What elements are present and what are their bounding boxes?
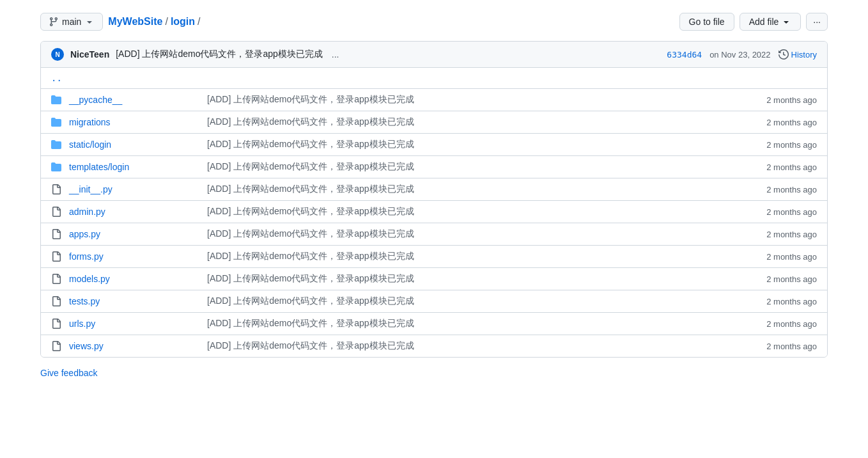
commit-author: NiceTeen bbox=[70, 49, 109, 59]
file-name-link[interactable]: __init__.py bbox=[69, 184, 112, 194]
breadcrumb-sep-2: / bbox=[198, 16, 200, 28]
breadcrumb-folder-link[interactable]: login bbox=[171, 16, 195, 28]
file-name-link[interactable]: templates/login bbox=[69, 162, 129, 172]
commit-sha-link[interactable]: 6334d64 bbox=[667, 50, 702, 59]
file-time: 2 months ago bbox=[766, 252, 817, 262]
breadcrumb-repo-link[interactable]: MyWebSite bbox=[108, 16, 162, 28]
avatar: N bbox=[51, 48, 64, 61]
table-row: tests.py [ADD] 上传网站demo代码文件，登录app模块已完成 2… bbox=[41, 290, 827, 313]
breadcrumb: MyWebSite / login / bbox=[108, 16, 200, 28]
file-commit-message: [ADD] 上传网站demo代码文件，登录app模块已完成 bbox=[197, 206, 766, 217]
file-icon bbox=[51, 229, 64, 239]
file-commit-message: [ADD] 上传网站demo代码文件，登录app模块已完成 bbox=[197, 184, 766, 195]
file-icon bbox=[51, 296, 64, 306]
file-time: 2 months ago bbox=[766, 140, 817, 150]
file-time: 2 months ago bbox=[766, 230, 817, 239]
file-name-link[interactable]: forms.py bbox=[69, 251, 104, 262]
table-row: templates/login [ADD] 上传网站demo代码文件，登录app… bbox=[41, 156, 827, 178]
file-commit-message: [ADD] 上传网站demo代码文件，登录app模块已完成 bbox=[197, 161, 766, 173]
table-row: views.py [ADD] 上传网站demo代码文件，登录app模块已完成 2… bbox=[41, 335, 827, 357]
file-name-link[interactable]: views.py bbox=[69, 341, 104, 351]
folder-icon bbox=[51, 162, 64, 172]
file-name-link[interactable]: models.py bbox=[69, 274, 110, 284]
commit-date: on Nov 23, 2022 bbox=[709, 50, 770, 59]
toolbar: main MyWebSite / login / Go to file Add … bbox=[40, 13, 828, 31]
folder-icon bbox=[51, 95, 64, 105]
commit-message: [ADD] 上传网站demo代码文件，登录app模块已完成 bbox=[116, 49, 323, 60]
history-label: History bbox=[791, 50, 817, 59]
file-name: templates/login bbox=[69, 162, 197, 172]
file-time: 2 months ago bbox=[766, 207, 817, 217]
table-row: __init__.py [ADD] 上传网站demo代码文件，登录app模块已完… bbox=[41, 178, 827, 201]
file-time: 2 months ago bbox=[766, 185, 817, 194]
file-time: 2 months ago bbox=[766, 162, 817, 172]
table-row: static/login [ADD] 上传网站demo代码文件，登录app模块已… bbox=[41, 134, 827, 156]
file-name: forms.py bbox=[69, 251, 197, 262]
file-name-link[interactable]: urls.py bbox=[69, 319, 95, 329]
parent-link[interactable]: .. bbox=[51, 73, 62, 83]
commit-header-left: N NiceTeen [ADD] 上传网站demo代码文件，登录app模块已完成… bbox=[51, 48, 339, 61]
file-icon bbox=[51, 341, 64, 351]
file-rows-container: __pycache__ [ADD] 上传网站demo代码文件，登录app模块已完… bbox=[41, 89, 827, 357]
file-commit-message: [ADD] 上传网站demo代码文件，登录app模块已完成 bbox=[197, 340, 766, 352]
file-name: urls.py bbox=[69, 319, 197, 329]
more-options-button[interactable]: ··· bbox=[806, 13, 828, 31]
file-name: admin.py bbox=[69, 207, 197, 217]
table-row: __pycache__ [ADD] 上传网站demo代码文件，登录app模块已完… bbox=[41, 89, 827, 111]
add-file-button[interactable]: Add file bbox=[740, 13, 802, 31]
history-link[interactable]: History bbox=[779, 49, 817, 59]
go-to-file-button[interactable]: Go to file bbox=[679, 13, 734, 31]
file-time: 2 months ago bbox=[766, 342, 817, 351]
table-row: migrations [ADD] 上传网站demo代码文件，登录app模块已完成… bbox=[41, 111, 827, 134]
folder-icon bbox=[51, 117, 64, 127]
file-name: migrations bbox=[69, 117, 197, 127]
file-name-link[interactable]: apps.py bbox=[69, 229, 100, 239]
file-name: models.py bbox=[69, 274, 197, 284]
file-name-link[interactable]: migrations bbox=[69, 117, 111, 127]
file-name: views.py bbox=[69, 341, 197, 351]
file-name-link[interactable]: __pycache__ bbox=[69, 95, 122, 105]
file-icon bbox=[51, 319, 64, 329]
branch-selector[interactable]: main bbox=[40, 13, 103, 31]
table-row: admin.py [ADD] 上传网站demo代码文件，登录app模块已完成 2… bbox=[41, 201, 827, 223]
file-commit-message: [ADD] 上传网站demo代码文件，登录app模块已完成 bbox=[197, 273, 766, 285]
folder-icon bbox=[51, 139, 64, 150]
file-icon bbox=[51, 251, 64, 262]
file-icon bbox=[51, 184, 64, 194]
file-time: 2 months ago bbox=[766, 118, 817, 127]
file-commit-message: [ADD] 上传网站demo代码文件，登录app模块已完成 bbox=[197, 94, 766, 106]
commit-message-dots: ... bbox=[332, 49, 339, 59]
toolbar-left: main MyWebSite / login / bbox=[40, 13, 201, 31]
table-row: apps.py [ADD] 上传网站demo代码文件，登录app模块已完成 2 … bbox=[41, 223, 827, 246]
file-time: 2 months ago bbox=[766, 95, 817, 105]
commit-header-right: 6334d64 on Nov 23, 2022 History bbox=[667, 49, 817, 59]
branch-name: main bbox=[62, 17, 81, 27]
file-name: apps.py bbox=[69, 229, 197, 239]
file-table: N NiceTeen [ADD] 上传网站demo代码文件，登录app模块已完成… bbox=[40, 41, 828, 358]
file-commit-message: [ADD] 上传网站demo代码文件，登录app模块已完成 bbox=[197, 318, 766, 329]
file-commit-message: [ADD] 上传网站demo代码文件，登录app模块已完成 bbox=[197, 228, 766, 240]
file-name-link[interactable]: admin.py bbox=[69, 207, 105, 217]
file-name: __pycache__ bbox=[69, 95, 197, 105]
file-commit-message: [ADD] 上传网站demo代码文件，登录app模块已完成 bbox=[197, 116, 766, 128]
file-icon bbox=[51, 274, 64, 284]
add-file-label: Add file bbox=[749, 17, 779, 27]
branch-icon bbox=[49, 17, 59, 27]
commit-header: N NiceTeen [ADD] 上传网站demo代码文件，登录app模块已完成… bbox=[41, 42, 827, 68]
file-icon bbox=[51, 207, 64, 217]
table-row: urls.py [ADD] 上传网站demo代码文件，登录app模块已完成 2 … bbox=[41, 313, 827, 335]
file-commit-message: [ADD] 上传网站demo代码文件，登录app模块已完成 bbox=[197, 139, 766, 150]
file-name: __init__.py bbox=[69, 184, 197, 194]
chevron-down-icon bbox=[84, 17, 95, 27]
file-name-link[interactable]: static/login bbox=[69, 139, 111, 150]
parent-row: .. bbox=[41, 68, 827, 89]
file-time: 2 months ago bbox=[766, 319, 817, 329]
breadcrumb-sep-1: / bbox=[165, 16, 167, 28]
file-time: 2 months ago bbox=[766, 274, 817, 284]
chevron-down-icon bbox=[781, 17, 791, 27]
table-row: forms.py [ADD] 上传网站demo代码文件，登录app模块已完成 2… bbox=[41, 246, 827, 268]
feedback-link[interactable]: Give feedback bbox=[40, 368, 98, 378]
table-row: models.py [ADD] 上传网站demo代码文件，登录app模块已完成 … bbox=[41, 268, 827, 290]
file-time: 2 months ago bbox=[766, 297, 817, 306]
file-name-link[interactable]: tests.py bbox=[69, 296, 100, 306]
